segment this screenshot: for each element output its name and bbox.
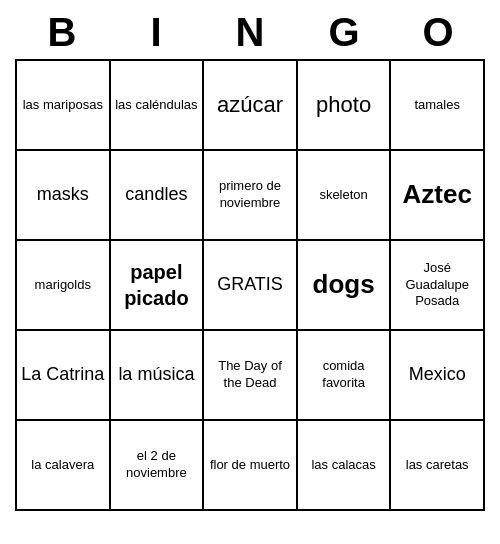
bingo-cell: José Guadalupe Posada [391,241,485,331]
bingo-cell: marigolds [17,241,111,331]
bingo-cell: las caléndulas [111,61,205,151]
bingo-cell: GRATIS [204,241,298,331]
bingo-grid: las mariposaslas caléndulasazúcarphotota… [15,59,485,511]
bingo-cell: la música [111,331,205,421]
bingo-letter: I [112,10,200,55]
bingo-cell: comida favorita [298,331,392,421]
bingo-letter: B [18,10,106,55]
bingo-cell: tamales [391,61,485,151]
bingo-cell: photo [298,61,392,151]
bingo-cell: papel picado [111,241,205,331]
bingo-cell: The Day of the Dead [204,331,298,421]
bingo-cell: el 2 de noviembre [111,421,205,511]
bingo-cell: flor de muerto [204,421,298,511]
bingo-cell: Aztec [391,151,485,241]
bingo-cell: azúcar [204,61,298,151]
bingo-cell: primero de noviembre [204,151,298,241]
bingo-letter: N [206,10,294,55]
bingo-cell: las caretas [391,421,485,511]
bingo-cell: las mariposas [17,61,111,151]
bingo-cell: la calavera [17,421,111,511]
bingo-letter: O [394,10,482,55]
bingo-cell: skeleton [298,151,392,241]
bingo-cell: Mexico [391,331,485,421]
bingo-cell: las calacas [298,421,392,511]
bingo-cell: dogs [298,241,392,331]
bingo-cell: candles [111,151,205,241]
bingo-cell: La Catrina [17,331,111,421]
bingo-title: BINGO [15,10,485,55]
bingo-cell: masks [17,151,111,241]
bingo-letter: G [300,10,388,55]
